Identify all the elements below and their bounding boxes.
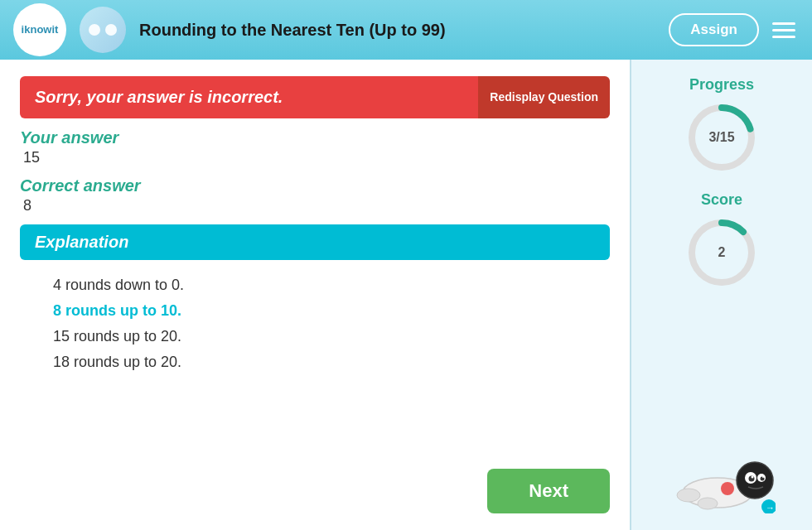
next-button-container: Next bbox=[20, 460, 610, 513]
logo-text: iknowit bbox=[22, 24, 59, 36]
bubble-dot-1 bbox=[89, 24, 100, 36]
progress-circle: 3/15 bbox=[684, 100, 759, 175]
left-panel: Sorry, your answer is incorrect. Redispl… bbox=[0, 60, 630, 530]
hamburger-line-2 bbox=[772, 29, 795, 31]
explanation-line-4: 18 rounds up to 20. bbox=[53, 354, 577, 371]
svg-point-14 bbox=[721, 482, 734, 495]
your-answer-value: 15 bbox=[20, 149, 610, 166]
explanation-line-3: 15 rounds up to 20. bbox=[53, 328, 577, 345]
app-header: iknowit Rounding to the Nearest Ten (Up … bbox=[0, 0, 812, 60]
main-content: Sorry, your answer is incorrect. Redispl… bbox=[0, 60, 812, 530]
page-title: Rounding to the Nearest Ten (Up to 99) bbox=[139, 21, 669, 40]
assign-button[interactable]: Assign bbox=[669, 13, 759, 46]
score-circle: 2 bbox=[684, 215, 759, 290]
hamburger-menu-button[interactable] bbox=[769, 19, 799, 41]
correct-answer-section: Correct answer 8 bbox=[20, 176, 610, 214]
hamburger-line-1 bbox=[772, 22, 795, 25]
robot-character: → bbox=[668, 431, 776, 513]
your-answer-label: Your answer bbox=[20, 128, 610, 147]
progress-label: Progress bbox=[689, 76, 754, 94]
progress-block: Progress 3/15 bbox=[684, 76, 759, 175]
svg-point-13 bbox=[698, 498, 718, 509]
bubble-icon bbox=[80, 7, 126, 53]
logo: iknowit bbox=[13, 3, 66, 56]
correct-answer-label: Correct answer bbox=[20, 176, 610, 195]
next-button[interactable]: Next bbox=[487, 469, 610, 513]
svg-point-12 bbox=[677, 489, 700, 502]
robot-svg: → bbox=[668, 431, 776, 513]
correct-answer-value: 8 bbox=[20, 197, 610, 214]
svg-point-10 bbox=[752, 476, 754, 479]
explanation-line-1: 4 rounds down to 0. bbox=[53, 277, 577, 294]
right-panel: Progress 3/15 Score 2 bbox=[630, 60, 812, 530]
explanation-body: 4 rounds down to 0. 8 rounds up to 10. 1… bbox=[20, 270, 610, 378]
svg-text:→: → bbox=[766, 503, 775, 513]
incorrect-message: Sorry, your answer is incorrect. bbox=[20, 76, 478, 118]
hamburger-line-3 bbox=[772, 36, 795, 38]
bubble-dot-2 bbox=[105, 24, 117, 36]
your-answer-section: Your answer 15 bbox=[20, 128, 610, 166]
score-label: Score bbox=[701, 191, 742, 209]
incorrect-banner: Sorry, your answer is incorrect. Redispl… bbox=[20, 76, 610, 118]
explanation-header: Explanation bbox=[20, 224, 610, 260]
score-value: 2 bbox=[718, 245, 726, 260]
bubble-dots bbox=[89, 24, 117, 36]
redisplay-button[interactable]: Redisplay Question bbox=[478, 76, 610, 118]
score-block: Score 2 bbox=[684, 191, 759, 290]
svg-point-11 bbox=[762, 476, 764, 478]
explanation-line-2: 8 rounds up to 10. bbox=[53, 302, 577, 320]
progress-value: 3/15 bbox=[708, 130, 734, 145]
